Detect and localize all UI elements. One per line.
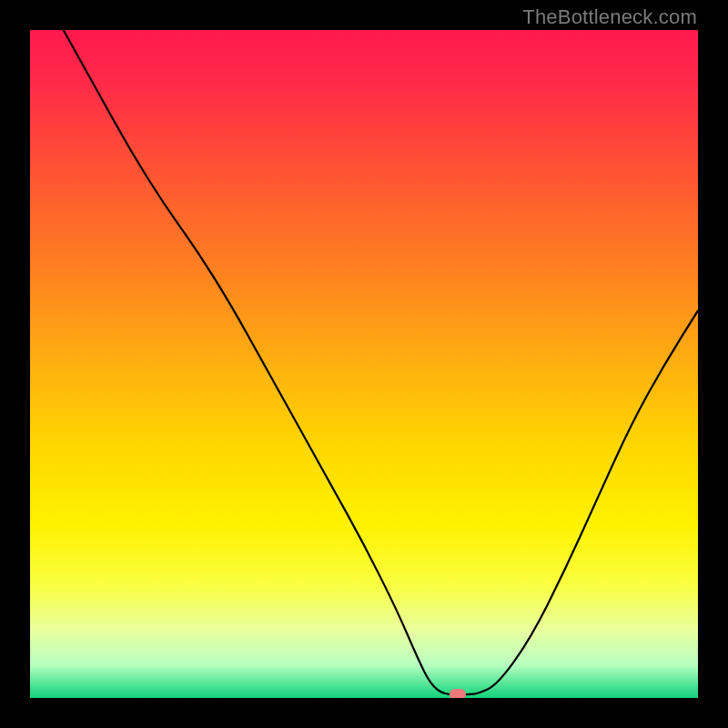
chart-container: TheBottleneck.com	[0, 0, 728, 728]
plot-area	[30, 30, 698, 698]
watermark-label: TheBottleneck.com	[522, 5, 697, 29]
svg-rect-0	[30, 30, 698, 698]
gradient-background	[30, 30, 698, 698]
